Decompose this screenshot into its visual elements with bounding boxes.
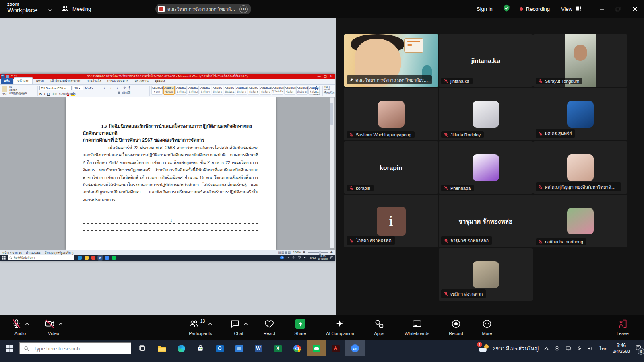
tray-mic-icon[interactable] — [577, 346, 582, 351]
recording-indicator[interactable]: Recording — [520, 6, 550, 12]
shared-tray-zoom-icon[interactable]: z — [280, 256, 284, 259]
panel-resize-handle[interactable] — [339, 175, 341, 186]
taskbar-app-taskview[interactable] — [133, 340, 152, 356]
shared-taskbar-app-line[interactable] — [112, 256, 116, 260]
word-tab-3[interactable]: เค้าโครงหน้ากระดาษ — [47, 78, 83, 84]
word-tab-7[interactable]: มุมมอง — [152, 78, 168, 84]
document-page[interactable]: 1.2 ปัจฉิมนิเทศและรับฟังการนำเสนอโครงงาน… — [66, 97, 276, 250]
zoom-in-button[interactable]: ⊕ — [330, 251, 333, 254]
shared-taskbar-app-word[interactable]: W — [98, 256, 102, 260]
sign-in-button[interactable]: Sign in — [477, 6, 493, 12]
taskbar-app-edge[interactable] — [171, 340, 191, 356]
chat-chevron-up-icon[interactable] — [244, 322, 248, 325]
taskbar-app-outlook[interactable]: O — [210, 340, 229, 356]
shared-tray-chevron-icon[interactable] — [286, 256, 289, 259]
participant-tile-jitlada[interactable]: Jitlada Rodploy — [439, 88, 533, 140]
toolbar-chat-button[interactable]: Chat — [228, 318, 250, 336]
participant-tile-surayut[interactable]: Surayut Tongkum — [533, 34, 627, 87]
participant-tile-jintana[interactable]: jintana.kajintana.ka — [439, 34, 533, 87]
taskbar-app-excel[interactable]: X — [268, 340, 287, 356]
start-button[interactable] — [0, 340, 19, 356]
toolbar-share-button[interactable]: Share — [289, 318, 312, 336]
word-tab-6[interactable]: ตรวจทาน — [132, 78, 151, 84]
tray-display-icon[interactable] — [565, 346, 572, 351]
participants-chevron-up-icon[interactable] — [208, 322, 213, 325]
word-restore-icon[interactable]: ▢ — [324, 74, 327, 78]
toolbar-participants-button[interactable]: 13Participants — [182, 318, 219, 336]
participant-tile-natthacha[interactable]: natthacha northong — [533, 195, 627, 247]
shared-search-box[interactable]: พิมพ์ที่นี่เพื่อค้นหา — [8, 255, 74, 260]
logo-chevron-down-icon[interactable] — [47, 6, 52, 14]
participant-tile-host[interactable]: คณะวิทยาการจัดการ มหาวิทยาลัยราชภัฏ... — [344, 34, 438, 87]
font-name-select[interactable]: TH SarabunPSK▾ — [39, 86, 72, 90]
security-shield-icon[interactable] — [502, 4, 511, 14]
video-chevron-up-icon[interactable] — [58, 322, 63, 325]
restore-button[interactable] — [610, 0, 626, 18]
shared-tray-mic-icon[interactable] — [292, 256, 295, 259]
word-close-icon[interactable]: ✕ — [330, 74, 333, 78]
tray-record-icon[interactable] — [554, 346, 560, 351]
participant-tile-suntaree[interactable]: ผศ.ดร.สุนทรีย์ — [533, 88, 627, 140]
shared-tray-language[interactable]: ENG — [310, 256, 316, 259]
word-tab-4[interactable]: การอ้างอิง — [84, 78, 104, 84]
shared-taskbar-app-chrome[interactable] — [91, 256, 95, 260]
participant-tile-sukanya[interactable]: ผศ.ดร.สุกัญญา พยุงสิน(มหาวิทยาลัยราชภ... — [533, 141, 627, 194]
taskbar-app-zoom[interactable]: zm — [345, 340, 365, 356]
taskbar-app-folder[interactable] — [152, 340, 171, 356]
toolbar-react-button[interactable]: React — [258, 318, 280, 336]
audio-chevron-up-icon[interactable] — [25, 322, 29, 325]
find-button[interactable]: ค้นหา — [324, 86, 335, 88]
tab-meeting[interactable]: Meeting — [61, 0, 91, 18]
font-size-select[interactable]: 16▾ — [73, 86, 83, 90]
shared-start-icon[interactable] — [2, 254, 6, 261]
list-buttons[interactable]: ⁝≡ ⁝≡ ⁝≡ ≑ ¶ — [104, 86, 148, 90]
participant-tile-jarumas[interactable]: จารุมาศ-รักทองหล่อจารุมาศ-รักทองหล่อ — [439, 195, 533, 247]
toolbar-ai-button[interactable]: AI Companion — [320, 318, 360, 336]
tray-chevron-up-icon[interactable] — [544, 347, 549, 350]
participant-tile-sasitorn[interactable]: Sasitorn Wachirapanyapong — [344, 88, 438, 140]
cut-button[interactable]: ตัด — [9, 86, 30, 89]
shared-taskbar-app-folder[interactable] — [85, 256, 89, 260]
participant-tile-ailada[interactable]: iไอลดา ศราทธรหัต — [344, 195, 438, 247]
taskbar-app-word[interactable]: W — [249, 340, 268, 356]
taskbar-app-acrobat[interactable]: A — [326, 340, 345, 356]
toolbar-leave-button[interactable]: Leave — [617, 318, 629, 336]
view-mode-buttons[interactable]: ▤▥▦▧ — [278, 251, 291, 254]
toolbar-apps-button[interactable]: Apps — [369, 318, 390, 336]
taskbar-app-chrome[interactable] — [287, 340, 307, 356]
word-tab-5[interactable]: การส่งจดหมาย — [105, 78, 131, 84]
status-language[interactable]: อังกฤษ (สหรัฐอเมริกา) — [45, 250, 74, 255]
participant-tile-phennapa[interactable]: Phennapa — [439, 141, 533, 194]
tray-clock[interactable]: 9:46 2/4/2568 — [613, 343, 630, 354]
document-scrollbar[interactable] — [330, 97, 334, 248]
taskbar-search-box[interactable] — [19, 342, 131, 354]
toolbar-record-button[interactable]: Record — [444, 318, 468, 336]
tray-language[interactable]: ไทย — [599, 345, 607, 352]
word-tab-0[interactable]: แฟ้ม — [1, 78, 13, 84]
zoom-slider[interactable] — [308, 252, 328, 253]
shared-tray-speaker-icon[interactable] — [303, 256, 307, 259]
participant-tile-khemika[interactable]: เขมิกา สงวนพวก — [439, 248, 533, 301]
toolbar-audio-button[interactable]: Audio — [9, 318, 31, 336]
replace-button[interactable]: แทนที่ — [324, 88, 335, 91]
action-center-button[interactable]: 6 — [635, 344, 642, 352]
weather-widget[interactable]: 1 29°C มีเมฆส่วนใหญ่ — [479, 344, 539, 353]
tray-speaker-icon[interactable] — [587, 346, 594, 351]
participant-tile-korapin[interactable]: korapinkorapin — [344, 141, 438, 194]
toolbar-whiteboards-button[interactable]: Whiteboards — [398, 318, 436, 336]
zoom-out-button[interactable]: ⊖ — [303, 251, 305, 254]
shared-tray-notification-icon[interactable] — [330, 256, 334, 259]
search-input[interactable] — [33, 345, 127, 352]
shared-taskbar-app-zoom[interactable] — [105, 256, 109, 260]
toolbar-more-button[interactable]: More — [477, 318, 497, 336]
word-tab-2[interactable]: แทรก — [33, 78, 47, 84]
close-button[interactable] — [626, 0, 644, 18]
copy-button[interactable]: คัดลอก — [9, 89, 30, 92]
taskbar-app-appblue[interactable] — [229, 340, 249, 356]
shared-taskbar-app-edge[interactable] — [78, 256, 82, 260]
taskbar-app-store[interactable] — [191, 340, 210, 356]
view-button[interactable]: View — [561, 6, 582, 13]
word-tab-1[interactable]: หน้าแรก — [14, 77, 33, 84]
taskbar-app-line[interactable] — [307, 340, 326, 356]
minimize-button[interactable] — [594, 0, 610, 18]
